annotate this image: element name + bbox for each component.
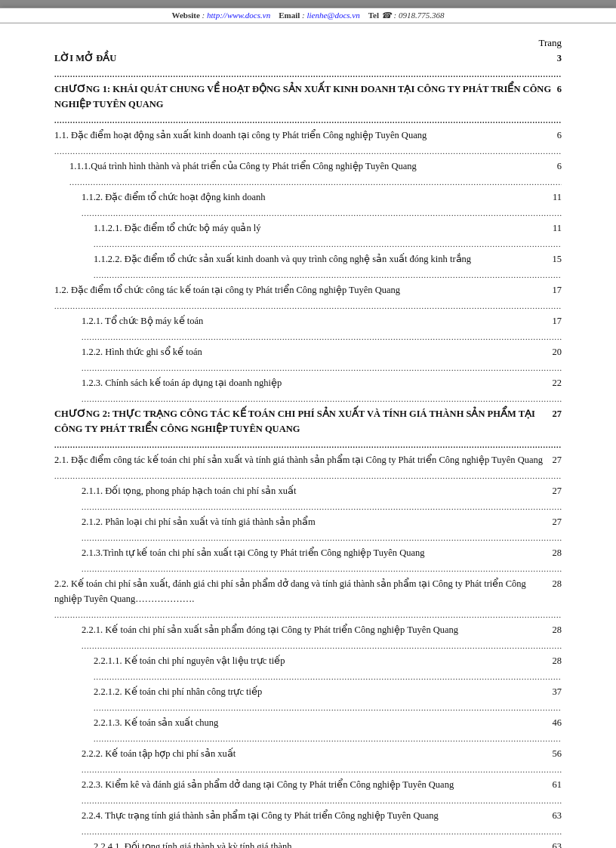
toc-item-2.2.1.3: 462.2.1.3. Kế toán sản xuất chung.......… [94, 715, 562, 745]
toc-page: 63 [553, 808, 562, 823]
tel-icon: ☎ [381, 11, 392, 20]
toc-dots: ........................................… [54, 301, 562, 313]
toc-page: 17 [553, 282, 562, 298]
toc-dots: ........................................… [94, 270, 562, 282]
trang-label: Trang [54, 37, 562, 49]
toc-text: 2.2.1.3. Kế toán sản xuất chung.........… [94, 717, 562, 743]
toc-text: 2.1.1. Đối tọng, phong pháp hạch toán ch… [82, 486, 562, 511]
toc-text: 2.2.1.2. Kế toán chi phí nhân công trực … [94, 686, 562, 712]
toc-page: 27 [553, 406, 562, 421]
toc-dots: ........................................… [82, 331, 562, 344]
toc-page: 6 [557, 82, 562, 97]
toc-item-chuong1: 6CHƯƠNG 1: KHÁI QUÁT CHUNG VỀ HOẠT ĐỘNG … [54, 82, 562, 127]
toc-dots: ........................................… [82, 795, 562, 807]
toc-item-1.1.2.2: 151.1.2.2. Đặc điểm tổ chức sản xuất kin… [94, 251, 562, 282]
toc-dots: ........................................… [82, 393, 562, 405]
toc-text: 1.2.2. Hình thức ghi sổ kế toán.........… [82, 347, 562, 372]
toc-text: 1.2.3. Chính sách kế toán áp dụng tại do… [82, 378, 562, 403]
toc-text: 1.2. Đặc điểm tổ chức công tác kế toán t… [54, 285, 562, 310]
toc-item-1.2.3: 221.2.3. Chính sách kế toán áp dụng tại … [82, 375, 562, 405]
toc-dots: ........................................… [94, 702, 562, 714]
toc-page: 11 [553, 190, 562, 205]
toc-item-1.2.1: 171.2.1. Tổ chức Bộ máy kế toán.........… [82, 313, 562, 344]
toc-text: 2.2. Kế toán chi phí sản xuất, đánh giá … [54, 578, 562, 619]
toc-text: 2.2.1.1. Kế toán chi phí nguyên vật liệu… [94, 655, 562, 681]
header-bar: Website : http://www.docs.vn Email : lie… [0, 8, 616, 23]
toc-dots: ........................................… [82, 362, 562, 375]
toc-dots: ........................................… [82, 563, 562, 575]
toc-dots: ........................................… [54, 439, 562, 452]
tel-label: Tel [368, 11, 379, 20]
toc-page: 28 [553, 622, 562, 637]
toc-item-loi_mo_dau: 3LỜI MỞ ĐẦU.............................… [54, 51, 562, 81]
toc-container: 3LỜI MỞ ĐẦU.............................… [54, 51, 562, 848]
toc-dots: ........................................… [82, 208, 562, 220]
toc-dots: ........................................… [94, 671, 562, 683]
email-label: Email [279, 11, 300, 20]
content: Trang 3LỜI MỞ ĐẦU.......................… [0, 23, 616, 848]
email: lienhe@docs.vn [306, 11, 359, 20]
toc-dots: ........................................… [82, 501, 562, 513]
toc-text: 2.1.3.Trình tự kế toán chi phí sản xuất … [82, 547, 562, 573]
page: Website : http://www.docs.vn Email : lie… [0, 8, 616, 848]
toc-item-1.1.2: 111.1.2. Đặc điểm tổ chức hoạt động kinh… [82, 190, 562, 220]
toc-item-2.2: 282.2. Kế toán chi phí sản xuất, đánh gi… [54, 576, 562, 621]
toc-item-1.2: 171.2. Đặc điểm tổ chức công tác kế toán… [54, 282, 562, 313]
toc-item-1.1.1: 61.1.1.Quá trình hình thành và phát triể… [69, 159, 562, 189]
toc-dots: ........................................… [82, 764, 562, 776]
toc-page: 6 [557, 159, 562, 174]
toc-item-2.2.1.2: 372.2.1.2. Kế toán chi phí nhân công trự… [94, 684, 562, 714]
toc-dots: ........................................… [54, 69, 562, 81]
toc-dots: ........................................… [54, 609, 562, 621]
toc-page: 37 [553, 684, 562, 699]
toc-text: 1.1.2.2. Đặc điểm tổ chức sản xuất kinh … [94, 254, 562, 279]
website-url: http://www.docs.vn [207, 11, 270, 20]
toc-item-2.2.4: 632.2.4. Thực trạng tính giá thành sản p… [82, 808, 562, 838]
toc-dots: ........................................… [94, 733, 562, 745]
toc-dots: ........................................… [82, 826, 562, 838]
toc-page: 61 [553, 777, 562, 792]
toc-page: 27 [553, 483, 562, 498]
toc-dots: ........................................… [94, 239, 562, 251]
toc-item-2.1: 272.1. Đặc điểm công tác kế toán chi phí… [54, 452, 562, 483]
toc-item-2.1.2: 272.1.2. Phân loại chi phí sản xuất và t… [82, 514, 562, 544]
toc-text: LỜI MỞ ĐẦU..............................… [54, 53, 562, 79]
toc-page: 28 [553, 653, 562, 668]
toc-page: 20 [553, 344, 562, 359]
toc-text: 2.2.2. Kế toán tập hợp chi phí sản xuất.… [82, 748, 562, 774]
toc-page: 46 [553, 715, 562, 730]
toc-item-2.1.1: 272.1.1. Đối tọng, phong pháp hạch toán … [82, 483, 562, 513]
toc-text: CHƯƠNG 1: KHÁI QUÁT CHUNG VỀ HOẠT ĐỘNG S… [54, 84, 562, 125]
toc-text: 1.2.1. Tổ chức Bộ máy kế toán...........… [82, 316, 562, 341]
website-label: Website [172, 11, 200, 20]
toc-page: 17 [553, 313, 562, 328]
toc-text: 2.1. Đặc điểm công tác kế toán chi phí s… [54, 455, 562, 480]
toc-item-1.1: 61.1. Đặc điểm hoạt động sản xuất kinh d… [54, 128, 562, 158]
toc-item-1.1.2.1: 111.1.2.1. Đặc điểm tổ chức bộ máy quản … [94, 220, 562, 251]
toc-text: 1.1.1.Quá trình hình thành và phát triển… [69, 161, 562, 187]
toc-page: 15 [553, 251, 562, 267]
toc-text: CHƯƠNG 2: THỰC TRẠNG CÔNG TÁC KẾ TOÁN CH… [54, 409, 562, 449]
toc-dots: ........................................… [82, 532, 562, 544]
toc-dots: ........................................… [54, 470, 562, 483]
toc-text: 1.1. Đặc điểm hoạt động sản xuất kinh do… [54, 130, 562, 156]
toc-item-2.2.4.1: 632.2.4.1. Đối tọng tính giá thành và kỳ… [94, 839, 562, 848]
toc-dots: ........................................… [82, 640, 562, 652]
toc-item-2.2.1.1: 282.2.1.1. Kế toán chi phí nguyên vật li… [94, 653, 562, 683]
toc-text: 1.1.2. Đặc điểm tổ chức hoạt động kinh d… [82, 192, 562, 217]
toc-page: 27 [553, 452, 562, 467]
toc-page: 6 [557, 128, 562, 143]
toc-text: 2.2.1. Kế toán chi phí sản xuất sản phẩm… [82, 624, 562, 650]
toc-dots: ........................................… [54, 146, 562, 158]
toc-page: 56 [553, 746, 562, 761]
toc-page: 63 [553, 839, 562, 848]
toc-dots: ........................................… [54, 115, 562, 127]
toc-page: 27 [553, 514, 562, 529]
toc-page: 11 [553, 220, 562, 236]
toc-item-chuong2: 27CHƯƠNG 2: THỰC TRẠNG CÔNG TÁC KẾ TOÁN … [54, 406, 562, 452]
toc-text: 1.1.2.1. Đặc điểm tổ chức bộ máy quản lý… [94, 223, 562, 248]
toc-page: 28 [553, 576, 562, 591]
tel-num: 0918.775.368 [399, 11, 445, 20]
toc-page: 3 [557, 51, 562, 66]
toc-item-2.2.1: 282.2.1. Kế toán chi phí sản xuất sản ph… [82, 622, 562, 652]
